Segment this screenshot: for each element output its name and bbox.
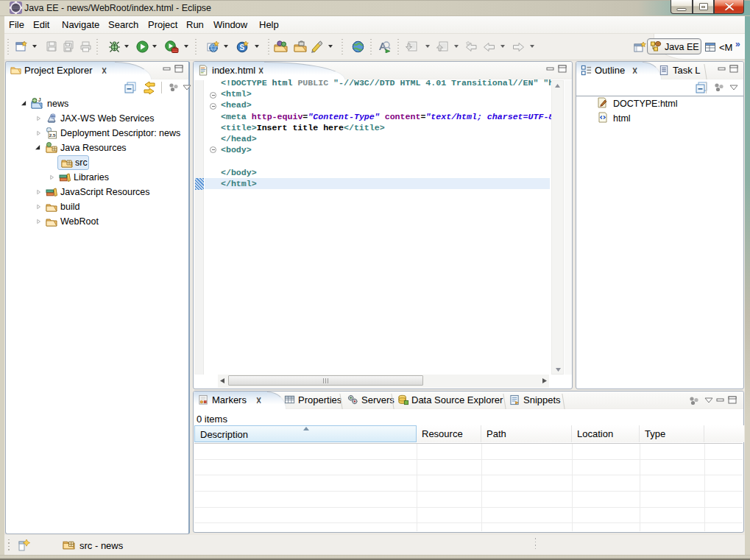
- svg-text:2.5: 2.5: [49, 132, 56, 138]
- svg-text:J: J: [38, 98, 41, 102]
- svg-text:S: S: [240, 43, 245, 52]
